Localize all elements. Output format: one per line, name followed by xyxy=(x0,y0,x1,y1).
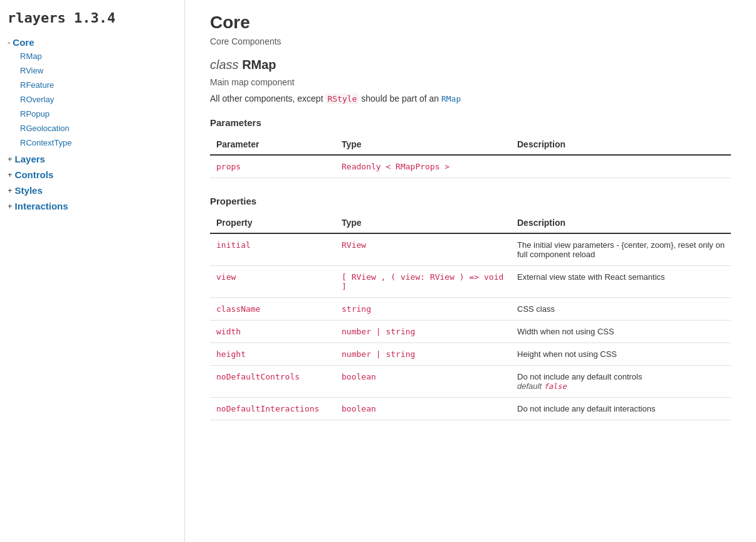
class-header: class RMap xyxy=(210,58,731,72)
property-desc: Do not include any default controlsdefau… xyxy=(511,366,731,398)
table-row: initialRViewThe initial view parameters … xyxy=(210,233,731,266)
class-note-code1: RStyle xyxy=(325,93,359,104)
page-subtitle: Core Components xyxy=(210,36,731,46)
sidebar-toggle-controls[interactable]: + xyxy=(8,170,13,179)
table-row: propsReadonly < RMapProps > xyxy=(210,155,731,178)
property-name: view xyxy=(210,266,335,298)
sidebar-item-rview[interactable]: RView xyxy=(20,65,177,77)
property-name: height xyxy=(210,343,335,366)
property-desc: CSS class xyxy=(511,298,731,321)
sidebar-item-core[interactable]: Core xyxy=(13,37,34,48)
property-desc: Do not include any default interactions xyxy=(511,398,731,420)
property-type: number | string xyxy=(335,321,511,343)
main-content: Core Core Components class RMap Main map… xyxy=(185,0,756,542)
sidebar-section-controls: +Controls xyxy=(8,169,177,180)
property-desc: Height when not using CSS xyxy=(511,343,731,366)
property-desc: The initial view parameters - {center, z… xyxy=(511,233,731,266)
property-type: string xyxy=(335,298,511,321)
property-col-header: Property xyxy=(210,213,335,233)
sidebar-item-rgeolocation[interactable]: RGeolocation xyxy=(20,122,177,134)
sidebar-section-header-controls: +Controls xyxy=(8,169,177,180)
sidebar-section-header-styles: +Styles xyxy=(8,185,177,196)
class-note: All other components, except RStyle shou… xyxy=(210,93,731,104)
sidebar-nav: -CoreRMapRViewRFeatureROverlayRPopupRGeo… xyxy=(8,37,177,211)
table-row: classNamestringCSS class xyxy=(210,298,731,321)
parameters-table: Parameter Type Description propsReadonly… xyxy=(210,134,731,178)
param-name: props xyxy=(210,155,335,178)
class-note-code2: RMap xyxy=(441,94,461,104)
property-desc: Width when not using CSS xyxy=(511,321,731,343)
property-default: default false xyxy=(517,381,567,391)
parameters-title: Parameters xyxy=(210,117,731,128)
app-title: rlayers 1.3.4 xyxy=(8,10,177,26)
table-row: heightnumber | stringHeight when not usi… xyxy=(210,343,731,366)
page-title: Core xyxy=(210,13,731,33)
class-note-prefix: All other components, except xyxy=(210,93,325,104)
param-type: Readonly < RMapProps > xyxy=(335,155,511,178)
sidebar-toggle-core[interactable]: - xyxy=(8,38,10,47)
property-desc: External view state with React semantics xyxy=(511,266,731,298)
property-name: noDefaultControls xyxy=(210,366,335,398)
property-name: noDefaultInteractions xyxy=(210,398,335,420)
table-row: widthnumber | stringWidth when not using… xyxy=(210,321,731,343)
class-keyword: class xyxy=(210,58,239,72)
property-type: RView xyxy=(335,233,511,266)
sidebar-item-interactions[interactable]: Interactions xyxy=(15,201,68,211)
class-note-middle: should be part of an xyxy=(359,93,441,104)
sidebar-section-styles: +Styles xyxy=(8,185,177,196)
param-desc xyxy=(511,155,731,178)
property-type: boolean xyxy=(335,398,511,420)
type-col-header: Type xyxy=(335,134,511,155)
prop-desc-col-header: Description xyxy=(511,213,731,233)
sidebar-item-controls[interactable]: Controls xyxy=(15,169,54,180)
properties-title: Properties xyxy=(210,196,731,206)
property-name: width xyxy=(210,321,335,343)
sidebar-section-header-core: -Core xyxy=(8,37,177,48)
sidebar-section-interactions: +Interactions xyxy=(8,201,177,211)
desc-col-header: Description xyxy=(511,134,731,155)
property-name: className xyxy=(210,298,335,321)
sidebar-toggle-interactions[interactable]: + xyxy=(8,201,13,211)
properties-table: Property Type Description initialRViewTh… xyxy=(210,213,731,420)
property-type: number | string xyxy=(335,343,511,366)
sidebar-item-rpopup[interactable]: RPopup xyxy=(20,108,177,120)
property-type: [ RView , ( view: RView ) => void ] xyxy=(335,266,511,298)
property-type: boolean xyxy=(335,366,511,398)
sidebar-section-header-layers: +Layers xyxy=(8,154,177,164)
sidebar-item-rmap[interactable]: RMap xyxy=(20,50,177,62)
class-description: Main map component xyxy=(210,77,731,87)
sidebar-item-layers[interactable]: Layers xyxy=(15,154,45,164)
property-name: initial xyxy=(210,233,335,266)
sidebar-item-rfeature[interactable]: RFeature xyxy=(20,79,177,91)
prop-type-col-header: Type xyxy=(335,213,511,233)
sidebar-toggle-styles[interactable]: + xyxy=(8,186,13,195)
sidebar-toggle-layers[interactable]: + xyxy=(8,154,13,164)
table-row: view[ RView , ( view: RView ) => void ]E… xyxy=(210,266,731,298)
sidebar-section-core: -CoreRMapRViewRFeatureROverlayRPopupRGeo… xyxy=(8,37,177,149)
table-row: noDefaultControlsbooleanDo not include a… xyxy=(210,366,731,398)
sidebar-section-header-interactions: +Interactions xyxy=(8,201,177,211)
sidebar-children-core: RMapRViewRFeatureROverlayRPopupRGeolocat… xyxy=(8,50,177,149)
table-row: noDefaultInteractionsbooleanDo not inclu… xyxy=(210,398,731,420)
param-col-header: Parameter xyxy=(210,134,335,155)
sidebar-section-layers: +Layers xyxy=(8,154,177,164)
class-name: RMap xyxy=(242,58,276,72)
sidebar-item-styles[interactable]: Styles xyxy=(15,185,43,196)
sidebar-item-rcontexttype[interactable]: RContextType xyxy=(20,137,177,149)
sidebar-item-roverlay[interactable]: ROverlay xyxy=(20,93,177,105)
sidebar: rlayers 1.3.4 -CoreRMapRViewRFeatureROve… xyxy=(0,0,185,542)
